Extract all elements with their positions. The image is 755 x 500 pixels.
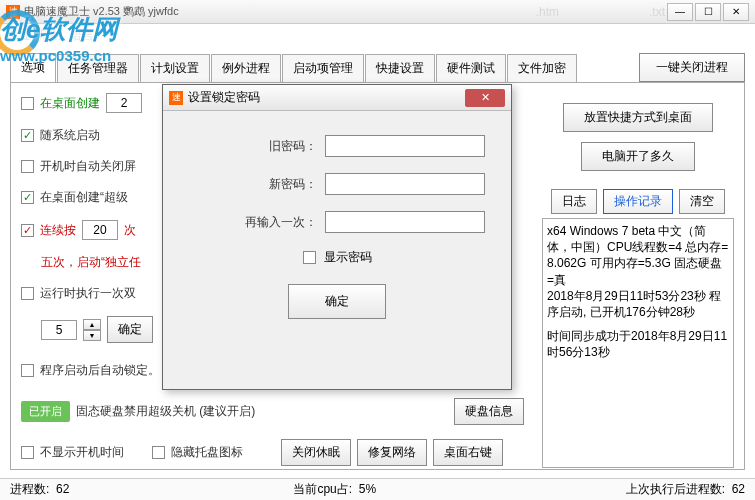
- title-hint-txt: .txt: [649, 5, 665, 19]
- close-sleep-button[interactable]: 关闭休眠: [281, 439, 351, 466]
- confirm-password-input[interactable]: [325, 211, 485, 233]
- spin-up[interactable]: ▲: [83, 319, 101, 330]
- lbl-hide-tray: 隐藏托盘图标: [171, 444, 243, 461]
- oprecord-tab[interactable]: 操作记录: [603, 189, 673, 214]
- cb-autolock[interactable]: [21, 364, 34, 377]
- lbl-new-pwd: 新密码：: [269, 176, 317, 193]
- new-password-input[interactable]: [325, 173, 485, 195]
- old-password-input[interactable]: [325, 135, 485, 157]
- spin-down[interactable]: ▼: [83, 330, 101, 341]
- boot-time-button[interactable]: 电脑开了多久: [581, 142, 695, 171]
- dialog-titlebar: 速 设置锁定密码 ✕: [163, 85, 511, 111]
- dialog-title: 设置锁定密码: [188, 89, 260, 106]
- lbl-press-tip: 五次，启动“独立任: [41, 254, 141, 271]
- tab-encrypt[interactable]: 文件加密: [507, 54, 577, 83]
- lbl-show-password: 显示密码: [324, 249, 372, 266]
- cb-hide-boot[interactable]: [21, 446, 34, 459]
- cb-hide-tray[interactable]: [152, 446, 165, 459]
- menu-lang[interactable]: 语言: [70, 27, 94, 44]
- dialog-close-button[interactable]: ✕: [465, 89, 505, 107]
- log-tab[interactable]: 日志: [551, 189, 597, 214]
- cb-press[interactable]: [21, 224, 34, 237]
- clear-log-button[interactable]: 清空: [679, 189, 725, 214]
- lbl-boot-screen: 开机时自动关闭屏: [40, 158, 136, 175]
- dialog-ok-button[interactable]: 确定: [288, 284, 386, 319]
- spin-input[interactable]: [41, 320, 77, 340]
- log-line: x64 Windows 7 beta 中文（简体，中国）CPU线程数=4 总内存…: [547, 223, 729, 288]
- lbl-run-once: 运行时执行一次双: [40, 285, 136, 302]
- cb-run-once[interactable]: [21, 287, 34, 300]
- cb-show-password[interactable]: [303, 251, 316, 264]
- lbl-ssd: 固态硬盘禁用超级关机 (建议开启): [76, 403, 255, 420]
- close-all-button[interactable]: 一键关闭进程: [639, 53, 745, 82]
- tab-schedule[interactable]: 计划设置: [140, 54, 210, 83]
- status-last: 上次执行后进程数: 62: [446, 481, 745, 498]
- dialog-icon: 速: [169, 91, 183, 105]
- lbl-super-desktop: 在桌面创建“超级: [40, 189, 128, 206]
- app-icon: 速: [6, 5, 20, 19]
- window-titlebar: 速 电脑速魔卫士 v2.53 鹦鹉 yjwfdc .htm .txt — ☐ ✕: [0, 0, 755, 24]
- window-title: 电脑速魔卫士 v2.53 鹦鹉 yjwfdc: [24, 4, 416, 19]
- menu-help[interactable]: 帮助: [38, 27, 62, 44]
- tab-except[interactable]: 例外进程: [211, 54, 281, 83]
- lbl-press-a: 连续按: [40, 222, 76, 239]
- disk-info-button[interactable]: 硬盘信息: [454, 398, 524, 425]
- place-shortcut-button[interactable]: 放置快捷方式到桌面: [563, 103, 713, 132]
- tab-hw[interactable]: 硬件测试: [436, 54, 506, 83]
- status-bar: 进程数: 62 当前cpu占: 5% 上次执行后进程数: 62: [0, 478, 755, 500]
- lbl-create-desktop: 在桌面创建: [40, 95, 100, 112]
- minimize-button[interactable]: —: [667, 3, 693, 21]
- tab-quick[interactable]: 快捷设置: [365, 54, 435, 83]
- confirm-button[interactable]: 确定: [107, 316, 153, 343]
- badge-enabled: 已开启: [21, 401, 70, 422]
- tab-startup[interactable]: 启动项管理: [282, 54, 364, 83]
- close-button[interactable]: ✕: [723, 3, 749, 21]
- log-line: 2018年8月29日11时53分23秒 程序启动, 已开机176分钟28秒: [547, 288, 729, 320]
- lbl-hide-boot: 不显示开机时间: [40, 444, 124, 461]
- status-cpu: 当前cpu占: 5%: [228, 481, 442, 498]
- title-hint-htm: .htm: [536, 5, 559, 19]
- lbl-press-b: 次: [124, 222, 136, 239]
- press-input[interactable]: [82, 220, 118, 240]
- log-line: 时间同步成功于2018年8月29日11时56分13秒: [547, 328, 729, 360]
- tab-options[interactable]: 选项: [10, 53, 56, 83]
- menu-settings[interactable]: 设置: [6, 27, 30, 44]
- tab-taskmgr[interactable]: 任务管理器: [57, 54, 139, 83]
- cb-super-desktop[interactable]: [21, 191, 34, 204]
- status-procs: 进程数: 62: [10, 481, 224, 498]
- lbl-again-pwd: 再输入一次：: [245, 214, 317, 231]
- lbl-autostart: 随系统启动: [40, 127, 100, 144]
- lbl-old-pwd: 旧密码：: [269, 138, 317, 155]
- cb-create-desktop[interactable]: [21, 97, 34, 110]
- create-desktop-input[interactable]: [106, 93, 142, 113]
- menu-bar: 设置 帮助 语言: [0, 24, 755, 46]
- cb-autostart[interactable]: [21, 129, 34, 142]
- log-area: x64 Windows 7 beta 中文（简体，中国）CPU线程数=4 总内存…: [542, 218, 734, 468]
- desk-rclick-button[interactable]: 桌面右键: [433, 439, 503, 466]
- fix-net-button[interactable]: 修复网络: [357, 439, 427, 466]
- lbl-autolock: 程序启动后自动锁定。: [40, 362, 160, 379]
- spin-buttons: ▲ ▼: [83, 319, 101, 341]
- tab-strip: 选项 任务管理器 计划设置 例外进程 启动项管理 快捷设置 硬件测试 文件加密 …: [10, 52, 745, 82]
- set-password-dialog: 速 设置锁定密码 ✕ 旧密码： 新密码： 再输入一次： 显示密码 确定: [162, 84, 512, 390]
- maximize-button[interactable]: ☐: [695, 3, 721, 21]
- cb-boot-screen[interactable]: [21, 160, 34, 173]
